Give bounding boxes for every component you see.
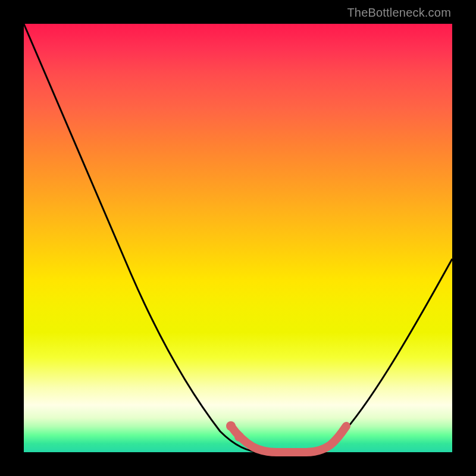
bottleneck-curve — [24, 24, 452, 452]
optimal-zone-highlight — [231, 426, 346, 452]
marker-dot-1 — [226, 421, 236, 431]
chart-container: TheBottleneck.com — [0, 0, 476, 476]
marker-dot-2 — [234, 432, 244, 441]
chart-svg — [24, 24, 452, 452]
attribution-text: TheBottleneck.com — [347, 6, 451, 20]
